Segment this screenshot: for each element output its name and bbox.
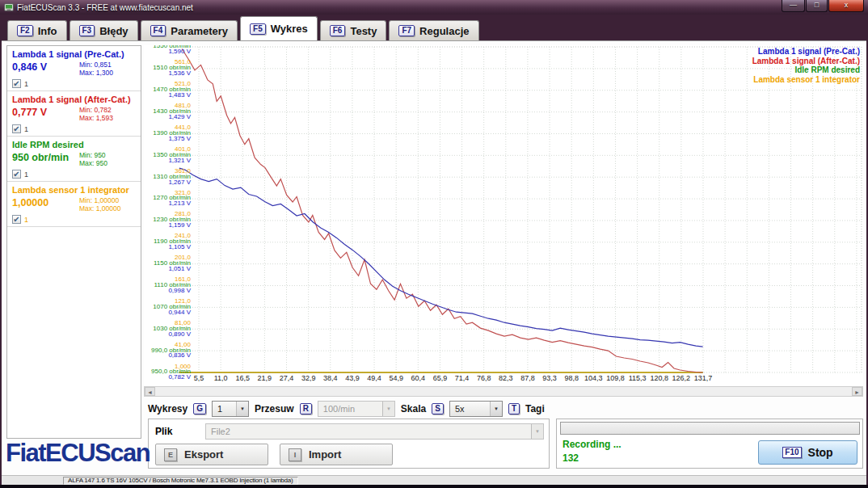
signal-min: Min: 0,851 (79, 61, 112, 69)
chart-area: 1,000950,0 obr/min0,782 V41,00990,0 obr/… (144, 45, 863, 385)
tagi-label: Tagi (525, 403, 545, 414)
tab-regulacje[interactable]: F7 Regulacje (389, 20, 478, 40)
scroll-speed-select[interactable]: 100/min ▼ (318, 401, 395, 417)
signal-checkbox[interactable]: ✔ (12, 79, 21, 88)
y-tick-label: 41,00990,0 obr/min0,836 V (144, 343, 191, 360)
y-tick-label: 521,01470 obr/min1,483 V (144, 82, 191, 99)
scroll-left-button[interactable]: ◄ (145, 387, 155, 396)
charts-count-select[interactable]: 1 ▼ (212, 401, 249, 417)
stop-button[interactable]: F10 Stop (758, 440, 857, 465)
x-tick-label: 16,5 (235, 374, 250, 382)
app-icon (4, 2, 14, 12)
signal-checkbox[interactable]: ✔ (12, 215, 21, 224)
tab-label: Regulacje (419, 25, 469, 37)
y-tick-label: 361,01310 obr/min1,267 V (144, 169, 191, 186)
series-line (179, 168, 703, 347)
checkbox-label: 1 (24, 170, 28, 179)
f4-key-badge: F4 (150, 25, 166, 36)
checkbox-label: 1 (24, 80, 28, 88)
signal-max: Max: 1,300 (79, 69, 113, 77)
scale-select[interactable]: 5x ▼ (449, 401, 503, 417)
recording-status: Recording ... (563, 439, 622, 450)
x-tick-label: 109,8 (606, 374, 625, 382)
tab-label: Wykres (271, 23, 308, 35)
chevron-down-icon: ▼ (490, 402, 502, 416)
minimize-button[interactable]: — (782, 0, 805, 12)
y-tick-label: 481,01430 obr/min1,429 V (144, 103, 191, 120)
signal-max: Max: 1,593 (79, 114, 113, 122)
signal-title: Lambda sensor 1 integrator (12, 185, 136, 195)
signal-panel-lambda1-aftercat: Lambda 1 signal (After-Cat.) 0,777 V Min… (7, 91, 141, 137)
signal-max: Max: 1,00000 (79, 204, 121, 212)
s-key-badge: S (432, 403, 444, 414)
x-tick-label: 120,8 (650, 374, 668, 382)
maximize-button[interactable]: □ (806, 0, 828, 12)
tab-bar: F2 Info F3 Błędy F4 Parametery F5 Wykres… (0, 15, 868, 40)
taskbar-strip (0, 485, 868, 488)
vehicle-info: ALFA 147 1.6 TS 16V 105CV / Bosch Motron… (63, 477, 298, 485)
tab-info[interactable]: F2 Info (7, 20, 67, 40)
import-button[interactable]: I Import (280, 444, 393, 465)
x-tick-label: 38,4 (323, 374, 338, 382)
signal-value: 0,846 V (12, 61, 47, 77)
tab-label: Parametery (171, 25, 228, 37)
y-tick-label: 321,01270 obr/min1,213 V (144, 191, 191, 208)
close-button[interactable]: x (828, 0, 864, 12)
main-content: Lambda 1 signal (Pre-Cat.) 0,846 V Min: … (2, 40, 866, 475)
f6-key-badge: F6 (330, 25, 346, 36)
fiatecuscan-logo: FiatECUScan (6, 439, 150, 468)
x-tick-label: 98,8 (564, 374, 579, 382)
x-tick-label: 49,4 (367, 374, 381, 382)
tab-parametry[interactable]: F4 Parametery (141, 20, 238, 40)
y-tick-label: 201,01150 obr/min1,051 V (144, 255, 191, 272)
x-tick-label: 131,7 (694, 374, 713, 382)
legend-item: Idle RPM desired (752, 65, 860, 75)
signal-checkbox[interactable]: ✔ (12, 170, 21, 179)
plik-label: Plik (155, 426, 205, 437)
r-key-badge: R (300, 403, 312, 414)
chart-legend: Lambda 1 signal (Pre-Cat.)Lambda 1 signa… (752, 47, 860, 84)
x-tick-label: 32,9 (301, 374, 316, 382)
x-tick-label: 104,3 (584, 374, 603, 382)
f3-key-badge: F3 (79, 25, 95, 36)
x-tick-label: 43,9 (345, 374, 360, 382)
x-tick-label: 71,4 (455, 374, 470, 382)
y-tick-label: 121,01070 obr/min0,944 V (144, 299, 191, 316)
recording-panel: Recording ... 132 F10 Stop (556, 419, 863, 469)
y-tick-label: 241,01190 obr/min1,105 V (144, 233, 191, 250)
x-tick-label: 11,0 (214, 374, 228, 382)
signal-title: Idle RPM desired (12, 140, 136, 149)
file-select[interactable]: File2 ▼ (205, 423, 544, 440)
eksport-button[interactable]: E Eksport (155, 444, 268, 465)
signal-min: Min: 0,782 (79, 106, 112, 114)
chart-plot (144, 45, 863, 385)
series-line (182, 49, 702, 373)
signal-title: Lambda 1 signal (Pre-Cat.) (12, 49, 136, 59)
x-tick-label: 54,9 (389, 374, 403, 382)
window-title: FiatECUScan 3.3 - FREE at www.fiatecusca… (17, 3, 193, 12)
title-bar[interactable]: FiatECUScan 3.3 - FREE at www.fiatecusca… (0, 0, 868, 15)
scroll-right-button[interactable]: ► (852, 387, 862, 396)
signal-min: Min: 1,00000 (79, 196, 119, 204)
signal-checkbox[interactable]: ✔ (12, 124, 21, 133)
y-tick-label: 1,000950,0 obr/min0,782 V (144, 364, 191, 381)
y-tick-label: 601,01550 obr/min1,590 V (144, 45, 191, 55)
signal-min: Min: 950 (79, 151, 106, 159)
tab-wykres[interactable]: F5 Wykres (240, 16, 318, 40)
x-tick-label: 115,3 (629, 374, 647, 382)
y-tick-label: 161,01110 obr/min0,998 V (144, 277, 191, 294)
y-tick-label: 401,01350 obr/min1,321 V (144, 147, 191, 164)
app-window: FiatECUScan 3.3 - FREE at www.fiatecusca… (0, 0, 868, 488)
tab-bledy[interactable]: F3 Błędy (70, 20, 138, 40)
f7-key-badge: F7 (398, 25, 415, 36)
chart-scrollbar[interactable]: ◄ ► (144, 386, 863, 397)
signal-title: Lambda 1 signal (After-Cat.) (12, 95, 136, 104)
checkbox-label: 1 (24, 125, 28, 133)
e-key-badge: E (164, 448, 177, 461)
status-bar: ALFA 147 1.6 TS 16V 105CV / Bosch Motron… (2, 475, 866, 485)
chevron-down-icon: ▼ (236, 402, 248, 416)
x-tick-label: 27,4 (280, 374, 294, 382)
tab-testy[interactable]: F6 Testy (320, 20, 387, 40)
x-tick-label: 60,4 (411, 374, 426, 382)
x-tick-label: 5,5 (194, 374, 204, 382)
